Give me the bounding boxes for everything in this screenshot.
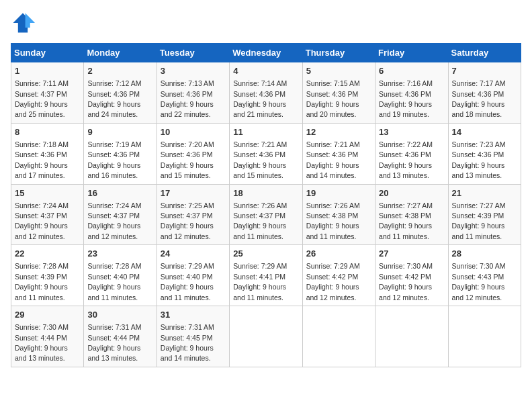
- day-number: 13: [379, 126, 444, 138]
- day-number: 7: [452, 65, 517, 77]
- day-number: 8: [15, 126, 80, 138]
- day-info: Sunrise: 7:20 AMSunset: 4:36 PMDaylight:…: [161, 140, 214, 179]
- calendar-cell: [302, 306, 375, 367]
- calendar-cell: 31 Sunrise: 7:31 AMSunset: 4:45 PMDaylig…: [157, 306, 229, 367]
- day-number: 14: [452, 126, 517, 138]
- day-number: 18: [233, 187, 298, 199]
- calendar-cell: [448, 306, 521, 367]
- day-number: 5: [306, 65, 371, 77]
- logo-icon: [11, 11, 35, 35]
- day-info: Sunrise: 7:30 AMSunset: 4:44 PMDaylight:…: [15, 323, 69, 362]
- day-header-saturday: Saturday: [448, 44, 521, 62]
- calendar-cell: 26 Sunrise: 7:29 AMSunset: 4:42 PMDaylig…: [302, 245, 375, 306]
- day-info: Sunrise: 7:13 AMSunset: 4:36 PMDaylight:…: [161, 79, 214, 118]
- calendar-cell: 18 Sunrise: 7:26 AMSunset: 4:37 PMDaylig…: [230, 184, 302, 245]
- calendar-cell: 25 Sunrise: 7:29 AMSunset: 4:41 PMDaylig…: [230, 245, 302, 306]
- day-number: 30: [87, 309, 152, 321]
- calendar-cell: 3 Sunrise: 7:13 AMSunset: 4:36 PMDayligh…: [157, 62, 229, 124]
- calendar-cell: 6 Sunrise: 7:16 AMSunset: 4:36 PMDayligh…: [375, 62, 448, 124]
- calendar-header-row: SundayMondayTuesdayWednesdayThursdayFrid…: [11, 44, 521, 62]
- day-info: Sunrise: 7:19 AMSunset: 4:36 PMDaylight:…: [87, 140, 141, 179]
- day-number: 22: [15, 248, 80, 260]
- day-number: 2: [87, 65, 152, 77]
- calendar-cell: 11 Sunrise: 7:21 AMSunset: 4:36 PMDaylig…: [230, 123, 302, 184]
- day-header-monday: Monday: [84, 44, 157, 62]
- day-number: 15: [15, 187, 80, 199]
- calendar-cell: 12 Sunrise: 7:21 AMSunset: 4:36 PMDaylig…: [302, 123, 375, 184]
- calendar-cell: 10 Sunrise: 7:20 AMSunset: 4:36 PMDaylig…: [157, 123, 229, 184]
- day-number: 21: [452, 187, 517, 199]
- day-number: 26: [306, 248, 371, 260]
- week-row-1: 1 Sunrise: 7:11 AMSunset: 4:37 PMDayligh…: [11, 62, 521, 124]
- week-row-3: 15 Sunrise: 7:24 AMSunset: 4:37 PMDaylig…: [11, 184, 521, 245]
- calendar-cell: 22 Sunrise: 7:28 AMSunset: 4:39 PMDaylig…: [11, 245, 84, 306]
- day-info: Sunrise: 7:14 AMSunset: 4:36 PMDaylight:…: [233, 79, 287, 118]
- logo: [11, 11, 38, 35]
- day-number: 25: [233, 248, 298, 260]
- calendar-cell: 7 Sunrise: 7:17 AMSunset: 4:36 PMDayligh…: [448, 62, 521, 124]
- day-info: Sunrise: 7:22 AMSunset: 4:36 PMDaylight:…: [379, 140, 433, 179]
- svg-marker-1: [26, 13, 35, 28]
- day-info: Sunrise: 7:28 AMSunset: 4:39 PMDaylight:…: [15, 262, 69, 301]
- calendar-cell: 30 Sunrise: 7:31 AMSunset: 4:44 PMDaylig…: [84, 306, 157, 367]
- week-row-2: 8 Sunrise: 7:18 AMSunset: 4:36 PMDayligh…: [11, 123, 521, 184]
- day-number: 1: [15, 65, 80, 77]
- day-number: 29: [15, 309, 80, 321]
- day-number: 17: [161, 187, 226, 199]
- calendar-cell: [230, 306, 302, 367]
- day-info: Sunrise: 7:16 AMSunset: 4:36 PMDaylight:…: [379, 79, 433, 118]
- day-number: 24: [161, 248, 226, 260]
- day-info: Sunrise: 7:11 AMSunset: 4:37 PMDaylight:…: [15, 79, 69, 118]
- calendar-cell: 24 Sunrise: 7:29 AMSunset: 4:40 PMDaylig…: [157, 245, 229, 306]
- calendar-cell: 5 Sunrise: 7:15 AMSunset: 4:36 PMDayligh…: [302, 62, 375, 124]
- calendar-cell: 21 Sunrise: 7:27 AMSunset: 4:39 PMDaylig…: [448, 184, 521, 245]
- calendar-cell: [375, 306, 448, 367]
- day-info: Sunrise: 7:28 AMSunset: 4:40 PMDaylight:…: [87, 262, 141, 301]
- calendar-cell: 16 Sunrise: 7:24 AMSunset: 4:37 PMDaylig…: [84, 184, 157, 245]
- calendar-cell: 17 Sunrise: 7:25 AMSunset: 4:37 PMDaylig…: [157, 184, 229, 245]
- day-header-tuesday: Tuesday: [157, 44, 229, 62]
- day-number: 23: [87, 248, 152, 260]
- calendar-cell: 9 Sunrise: 7:19 AMSunset: 4:36 PMDayligh…: [84, 123, 157, 184]
- day-info: Sunrise: 7:17 AMSunset: 4:36 PMDaylight:…: [452, 79, 506, 118]
- day-info: Sunrise: 7:21 AMSunset: 4:36 PMDaylight:…: [306, 140, 360, 179]
- calendar-cell: 15 Sunrise: 7:24 AMSunset: 4:37 PMDaylig…: [11, 184, 84, 245]
- day-info: Sunrise: 7:26 AMSunset: 4:38 PMDaylight:…: [306, 201, 360, 240]
- day-number: 20: [379, 187, 444, 199]
- day-info: Sunrise: 7:30 AMSunset: 4:43 PMDaylight:…: [452, 262, 506, 301]
- calendar-cell: 14 Sunrise: 7:23 AMSunset: 4:36 PMDaylig…: [448, 123, 521, 184]
- day-info: Sunrise: 7:15 AMSunset: 4:36 PMDaylight:…: [306, 79, 360, 118]
- day-info: Sunrise: 7:29 AMSunset: 4:41 PMDaylight:…: [233, 262, 287, 301]
- day-info: Sunrise: 7:29 AMSunset: 4:40 PMDaylight:…: [161, 262, 214, 301]
- day-number: 27: [379, 248, 444, 260]
- day-info: Sunrise: 7:27 AMSunset: 4:39 PMDaylight:…: [452, 201, 506, 240]
- day-number: 12: [306, 126, 371, 138]
- day-number: 19: [306, 187, 371, 199]
- calendar-table: SundayMondayTuesdayWednesdayThursdayFrid…: [11, 43, 521, 367]
- day-number: 4: [233, 65, 298, 77]
- day-number: 3: [161, 65, 226, 77]
- day-header-wednesday: Wednesday: [230, 44, 302, 62]
- day-info: Sunrise: 7:12 AMSunset: 4:36 PMDaylight:…: [87, 79, 141, 118]
- day-number: 11: [233, 126, 298, 138]
- day-info: Sunrise: 7:18 AMSunset: 4:36 PMDaylight:…: [15, 140, 69, 179]
- week-row-5: 29 Sunrise: 7:30 AMSunset: 4:44 PMDaylig…: [11, 306, 521, 367]
- day-info: Sunrise: 7:27 AMSunset: 4:38 PMDaylight:…: [379, 201, 433, 240]
- calendar-cell: 1 Sunrise: 7:11 AMSunset: 4:37 PMDayligh…: [11, 62, 84, 124]
- calendar-cell: 19 Sunrise: 7:26 AMSunset: 4:38 PMDaylig…: [302, 184, 375, 245]
- day-number: 31: [161, 309, 226, 321]
- day-info: Sunrise: 7:26 AMSunset: 4:37 PMDaylight:…: [233, 201, 287, 240]
- calendar-body: 1 Sunrise: 7:11 AMSunset: 4:37 PMDayligh…: [11, 62, 521, 367]
- calendar-cell: 23 Sunrise: 7:28 AMSunset: 4:40 PMDaylig…: [84, 245, 157, 306]
- day-info: Sunrise: 7:30 AMSunset: 4:42 PMDaylight:…: [379, 262, 433, 301]
- day-number: 28: [452, 248, 517, 260]
- day-header-sunday: Sunday: [11, 44, 84, 62]
- day-header-thursday: Thursday: [302, 44, 375, 62]
- day-number: 6: [379, 65, 444, 77]
- day-info: Sunrise: 7:24 AMSunset: 4:37 PMDaylight:…: [87, 201, 141, 240]
- calendar-cell: 29 Sunrise: 7:30 AMSunset: 4:44 PMDaylig…: [11, 306, 84, 367]
- day-info: Sunrise: 7:25 AMSunset: 4:37 PMDaylight:…: [161, 201, 214, 240]
- page-header: [11, 11, 521, 35]
- calendar-cell: 4 Sunrise: 7:14 AMSunset: 4:36 PMDayligh…: [230, 62, 302, 124]
- day-number: 16: [87, 187, 152, 199]
